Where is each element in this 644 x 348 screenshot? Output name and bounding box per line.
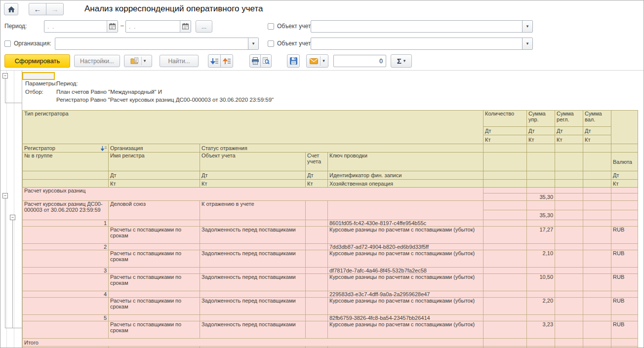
data-cell[interactable] [527,268,555,274]
header-cell[interactable]: Кт [109,180,200,188]
data-cell[interactable]: Курсовые разницы по расчетам с поставщик… [328,274,483,291]
data-cell[interactable] [611,210,638,220]
data-cell[interactable] [611,347,638,348]
date-from-calendar-button[interactable] [107,21,118,32]
data-cell[interactable]: Курсовые разницы по расчетам с поставщик… [328,298,483,315]
header-cell[interactable] [583,180,611,188]
header-cell[interactable]: Сумма упр. [527,111,555,127]
data-cell[interactable]: RUB [611,298,638,315]
data-cell[interactable] [555,188,583,193]
org-combo[interactable]: ▾ [55,38,259,50]
header-cell[interactable] [483,144,527,153]
data-cell[interactable] [611,201,638,210]
data-cell[interactable] [306,250,328,268]
data-cell[interactable]: К отражению в учете [200,201,306,220]
obj-kt-dropdown-button[interactable]: ▾ [522,38,532,49]
data-cell[interactable] [555,210,583,220]
data-cell[interactable]: 3,23 [527,321,555,339]
header-cell[interactable]: Тип регистратора [23,111,483,144]
data-cell[interactable]: Курсовые разницы по расчетам с поставщик… [328,250,483,268]
header-cell[interactable]: Объект учета [200,153,306,171]
data-cell[interactable]: Расчет курсовых разниц [23,188,483,201]
data-cell[interactable] [555,291,583,298]
data-cell[interactable] [527,244,555,250]
data-cell[interactable] [527,220,555,227]
data-cell[interactable] [483,193,527,201]
header-cell[interactable]: Дт [200,171,306,180]
header-cell[interactable] [23,180,109,188]
data-cell[interactable] [555,193,583,201]
generate-button[interactable]: Сформировать [4,54,70,68]
data-cell[interactable] [555,298,583,315]
data-cell[interactable] [109,347,200,348]
data-cell[interactable] [583,339,611,347]
data-cell[interactable] [583,220,611,227]
header-cell[interactable]: Дт [611,171,638,180]
header-cell[interactable] [527,171,555,180]
data-cell[interactable] [200,268,306,274]
data-cell[interactable] [583,321,611,339]
data-cell[interactable]: Деловой союз [109,201,200,220]
date-to-calendar-button[interactable] [180,21,191,32]
date-to-input[interactable]: . . [125,20,191,33]
obj-dt-dropdown-button[interactable]: ▾ [522,21,532,32]
header-cell[interactable] [583,144,611,153]
data-cell[interactable] [306,315,328,321]
data-cell[interactable] [555,315,583,321]
data-cell[interactable] [611,188,638,193]
data-cell[interactable] [483,347,527,348]
header-cell[interactable] [483,171,527,180]
data-cell[interactable] [483,210,527,220]
data-cell[interactable] [527,188,555,193]
data-cell[interactable]: 2 [23,244,109,250]
data-cell[interactable] [306,321,328,339]
header-cell[interactable]: Дт [583,127,611,135]
forward-button[interactable]: → [46,3,64,15]
data-cell[interactable] [109,268,200,274]
data-cell[interactable] [583,193,611,201]
obj-dt-checkbox[interactable] [268,23,274,30]
header-cell[interactable] [555,180,583,188]
org-checkbox[interactable] [4,40,11,47]
data-cell[interactable] [483,339,527,347]
data-cell[interactable]: 2,10 [527,250,555,268]
data-cell[interactable] [583,268,611,274]
data-cell[interactable] [555,321,583,339]
header-cell[interactable]: Статус отражения [200,144,483,153]
data-cell[interactable]: Курсовые разницы по расчетам с поставщик… [328,321,483,339]
data-cell[interactable]: Итого [23,339,483,347]
header-cell[interactable]: Кт [483,135,527,144]
data-cell[interactable] [483,291,527,298]
data-cell[interactable] [583,291,611,298]
data-cell[interactable] [583,298,611,315]
data-cell[interactable] [306,220,328,227]
data-cell[interactable] [200,291,306,298]
data-cell[interactable] [555,268,583,274]
org-dropdown-button[interactable]: ▾ [248,38,258,49]
header-cell[interactable]: Кт [611,180,638,188]
data-cell[interactable]: Расчеты с поставщиками по срокам [109,298,200,315]
data-cell[interactable]: Курсовые разницы по расчетам с поставщик… [328,227,483,244]
data-cell[interactable]: 7dd3db87-ad72-4904-b820-ed6b9d33f5ff [328,244,483,250]
data-cell[interactable] [555,250,583,268]
data-cell[interactable] [200,347,306,348]
data-cell[interactable] [109,291,200,298]
sort-asc-button[interactable] [220,54,233,68]
header-cell[interactable]: Сумма регл. [555,111,583,127]
data-cell[interactable] [23,227,109,244]
data-cell[interactable]: 4 [23,291,109,298]
data-cell[interactable]: 5 [23,315,109,321]
header-cell[interactable]: Кт [527,135,555,144]
data-cell[interactable] [109,220,200,227]
find-button[interactable]: Найти... [160,55,199,67]
data-cell[interactable]: 10,50 [527,274,555,291]
header-cell[interactable]: Кт [583,135,611,144]
header-cell[interactable]: Дт [527,127,555,135]
header-cell[interactable] [23,171,109,180]
data-cell[interactable] [583,244,611,250]
obj-kt-combo[interactable]: ▾ [311,38,533,50]
data-cell[interactable] [483,321,527,339]
preview-button[interactable] [260,54,272,68]
header-cell[interactable]: Дт [109,171,200,180]
header-cell[interactable]: Дт [483,127,527,135]
